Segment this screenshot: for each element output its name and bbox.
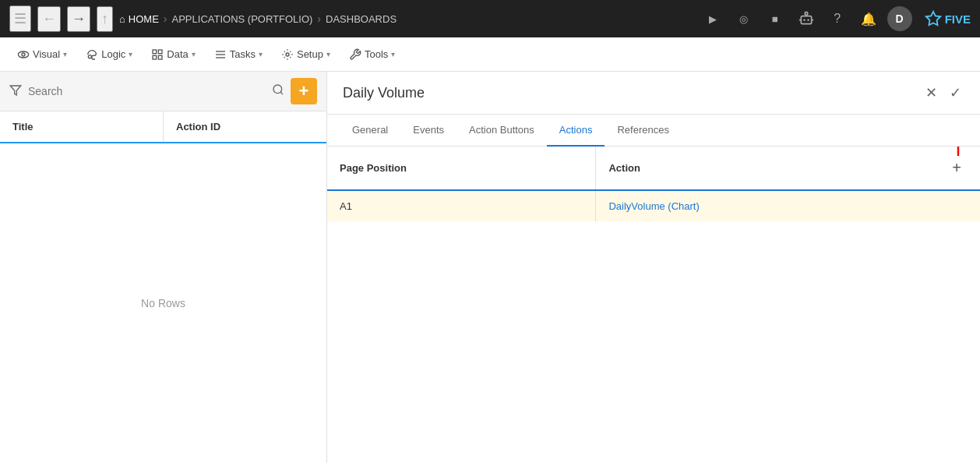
preview-icon: ◎ <box>739 13 748 25</box>
add-row-button[interactable]: + <box>946 156 968 180</box>
action-id-column-header: Action ID <box>163 111 326 142</box>
svg-rect-10 <box>153 50 157 54</box>
arrow-indicator: + <box>946 156 968 180</box>
menu-item-tasks[interactable]: Tasks ▾ <box>206 44 270 65</box>
svg-marker-18 <box>10 86 20 95</box>
menu-button[interactable]: ☰ <box>9 5 31 32</box>
left-panel: + Title Action ID No Rows <box>0 72 327 463</box>
tab-events[interactable]: Events <box>400 115 457 147</box>
menu-icon: ☰ <box>14 10 26 27</box>
tab-references[interactable]: References <box>605 115 681 147</box>
main-layout: + Title Action ID No Rows Daily Volume ✕… <box>0 72 980 463</box>
breadcrumb-item-1[interactable]: APPLICATIONS (PORTFOLIO) <box>172 13 313 25</box>
home-link[interactable]: ⌂ HOME <box>119 13 159 25</box>
left-table-body: No Rows <box>0 143 326 463</box>
tab-actions[interactable]: Actions <box>547 115 605 147</box>
menu-item-data[interactable]: Data ▾ <box>143 44 203 65</box>
menu-arrow-setup: ▾ <box>326 50 330 58</box>
svg-rect-0 <box>801 16 811 24</box>
bot-button[interactable] <box>794 6 819 31</box>
svg-point-7 <box>18 51 28 58</box>
tabs-bar: General Events Action Buttons Actions Re… <box>327 115 980 147</box>
help-icon: ? <box>834 12 841 26</box>
check-icon: ✓ <box>950 85 961 101</box>
svg-point-17 <box>286 53 289 56</box>
search-icon <box>272 83 284 96</box>
stop-button[interactable]: ■ <box>763 6 788 31</box>
tab-action-buttons[interactable]: Action Buttons <box>457 115 547 147</box>
page-position-header: Page Position <box>327 147 596 190</box>
top-nav-bar: ☰ ← → ↑ ⌂ HOME › APPLICATIONS (PORTFOLIO… <box>0 0 980 37</box>
search-input[interactable] <box>28 85 266 97</box>
tools-icon <box>349 48 361 61</box>
menu-arrow-visual: ▾ <box>63 50 67 58</box>
action-cell[interactable]: DailyVolume (Chart) <box>596 190 933 221</box>
help-button[interactable]: ? <box>825 6 850 31</box>
close-button[interactable]: ✕ <box>922 81 940 104</box>
play-button[interactable]: ▶ <box>700 6 725 31</box>
left-table-header: Title Action ID <box>0 111 326 143</box>
logic-icon <box>86 48 98 61</box>
avatar[interactable]: D <box>887 6 912 31</box>
svg-rect-3 <box>805 12 807 15</box>
bell-icon: 🔔 <box>861 12 876 27</box>
menu-item-setup[interactable]: Setup ▾ <box>273 44 338 65</box>
filter-icon[interactable] <box>9 84 22 99</box>
table-row[interactable]: A1 DailyVolume (Chart) <box>327 190 980 221</box>
menu-label-tasks: Tasks <box>230 48 256 60</box>
notifications-button[interactable]: 🔔 <box>856 6 881 31</box>
bot-icon <box>798 11 814 27</box>
preview-button[interactable]: ◎ <box>731 6 756 31</box>
eye-icon <box>17 48 30 61</box>
five-logo-icon <box>925 10 942 27</box>
svg-point-9 <box>89 55 92 58</box>
search-bar: + <box>0 72 326 111</box>
menu-arrow-tools: ▾ <box>391 50 395 58</box>
home-label: HOME <box>129 13 159 25</box>
nav-right-actions: ▶ ◎ ■ ? 🔔 D <box>700 6 971 31</box>
svg-point-1 <box>803 19 806 21</box>
menu-label-setup: Setup <box>297 48 323 60</box>
svg-rect-12 <box>153 55 157 59</box>
setup-icon <box>281 48 294 61</box>
panel-title: Daily Volume <box>343 85 922 101</box>
menu-label-logic: Logic <box>101 48 125 60</box>
menu-item-visual[interactable]: Visual ▾ <box>9 44 75 65</box>
five-logo: FIVE <box>925 10 971 27</box>
back-button[interactable]: ← <box>37 6 61 32</box>
content-area: Page Position Action + <box>327 147 980 463</box>
panel-header-actions: ✕ ✓ <box>922 81 964 104</box>
search-button[interactable] <box>272 83 284 99</box>
breadcrumb-arrow-2: › <box>317 12 321 25</box>
home-icon: ⌂ <box>119 13 125 25</box>
back-icon: ← <box>42 11 56 27</box>
forward-icon: → <box>72 11 86 27</box>
play-icon: ▶ <box>709 13 717 25</box>
right-panel-header: Daily Volume ✕ ✓ <box>327 72 980 115</box>
add-row-cell: + <box>933 147 980 190</box>
confirm-button[interactable]: ✓ <box>947 81 964 104</box>
menu-label-tools: Tools <box>365 48 388 60</box>
menu-arrow-logic: ▾ <box>129 50 132 58</box>
page-position-cell: A1 <box>327 190 596 221</box>
empty-message: No Rows <box>141 297 185 309</box>
add-button[interactable]: + <box>291 78 317 104</box>
title-column-header: Title <box>0 111 163 142</box>
menu-arrow-data: ▾ <box>192 50 196 58</box>
forward-button[interactable]: → <box>67 6 90 32</box>
up-button[interactable]: ↑ <box>97 6 113 32</box>
actions-table: Page Position Action + <box>327 147 980 221</box>
breadcrumb-item-2[interactable]: DASHBOARDS <box>326 13 397 25</box>
data-icon <box>151 48 164 61</box>
tab-general[interactable]: General <box>340 115 400 147</box>
svg-point-2 <box>807 19 809 21</box>
action-header: Action <box>596 147 933 190</box>
up-icon: ↑ <box>101 11 108 27</box>
svg-point-8 <box>22 53 25 56</box>
breadcrumb-arrow-1: › <box>164 12 167 25</box>
menu-arrow-tasks: ▾ <box>259 50 263 58</box>
menu-label-data: Data <box>167 48 188 60</box>
tasks-icon <box>214 48 227 61</box>
menu-item-tools[interactable]: Tools ▾ <box>341 44 403 65</box>
menu-item-logic[interactable]: Logic ▾ <box>78 44 140 65</box>
